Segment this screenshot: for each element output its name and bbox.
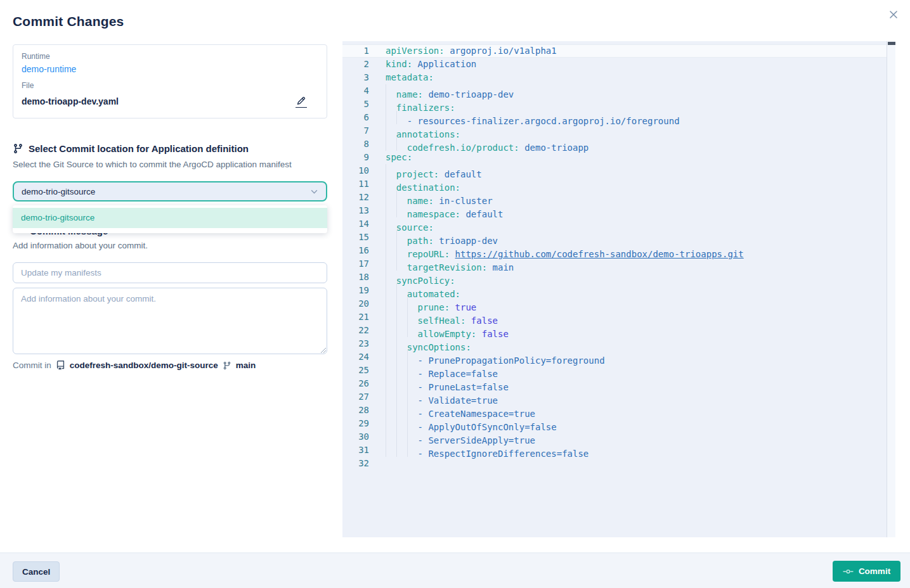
line-number: 18 (342, 271, 386, 284)
commit-button-label: Commit (859, 566, 890, 576)
yaml-editor[interactable]: 1apiVersion: argoproj.io/v1alpha12kind: … (342, 41, 895, 537)
line-number: 22 (342, 324, 386, 337)
code-line[interactable]: 29- ApplyOutOfSyncOnly=false (342, 417, 887, 430)
code-line[interactable]: 24- PrunePropagationPolicy=foreground (342, 350, 887, 364)
line-number: 26 (342, 377, 386, 390)
code-line[interactable]: 4name: demo-trioapp-dev (342, 84, 887, 98)
line-number: 11 (342, 177, 386, 191)
line-number: 31 (342, 444, 386, 457)
line-number: 13 (342, 204, 386, 217)
gitsource-dropdown: demo-trio-gitsource (13, 205, 327, 233)
code-line[interactable]: 9spec: (342, 151, 887, 164)
code-line[interactable]: 19automated: (342, 284, 887, 297)
pencil-edit-icon[interactable] (296, 95, 307, 108)
code-line[interactable]: 30- ServerSideApply=true (342, 430, 887, 444)
line-number: 6 (342, 111, 386, 124)
code-line[interactable]: 14source: (342, 217, 887, 231)
code-line[interactable]: 25- Replace=false (342, 364, 887, 377)
close-icon[interactable] (886, 7, 901, 22)
line-number: 3 (342, 71, 386, 84)
commit-button[interactable]: Commit (833, 561, 900, 582)
code-line[interactable]: 23syncOptions: (342, 337, 887, 350)
commit-in-row: Commit in codefresh-sandbox/demo-git-sou… (13, 361, 256, 370)
code-line[interactable]: 16repoURL: https://github.com/codefresh-… (342, 244, 887, 257)
code-line[interactable]: 10project: default (342, 164, 887, 177)
code-line[interactable]: 31- RespectIgnoreDifferences=false (342, 444, 887, 457)
commit-in-repo: codefresh-sandbox/demo-git-source (70, 361, 218, 370)
line-number: 2 (342, 58, 386, 71)
line-number: 10 (342, 164, 386, 177)
gitsource-select[interactable]: demo-trio-gitsource (13, 181, 327, 201)
code-line[interactable]: 1apiVersion: argoproj.io/v1alpha1 (342, 44, 887, 58)
code-line[interactable]: 20prune: true (342, 297, 887, 310)
line-number: 14 (342, 217, 386, 231)
code-line[interactable]: 7annotations: (342, 124, 887, 137)
code-line[interactable]: 8codefresh.io/product: demo-trioapp (342, 137, 887, 151)
commit-location-heading-text: Select Commit location for Application d… (29, 143, 249, 154)
line-number: 4 (342, 84, 386, 98)
editor-scrollbar-track[interactable] (887, 41, 895, 537)
line-number: 30 (342, 430, 386, 444)
dropdown-option[interactable]: demo-trio-gitsource (13, 208, 327, 228)
line-number: 1 (342, 44, 386, 58)
line-number: 17 (342, 257, 386, 271)
code-line[interactable]: 21selfHeal: false (342, 310, 887, 324)
gitsource-selected-value: demo-trio-gitsource (22, 187, 95, 196)
code-line[interactable]: 11destination: (342, 177, 887, 191)
cancel-button[interactable]: Cancel (13, 561, 60, 582)
commit-summary-input[interactable] (13, 262, 327, 283)
page-title: Commit Changes (13, 14, 124, 29)
code-line[interactable]: 32 (342, 457, 887, 470)
line-number: 23 (342, 337, 386, 350)
line-number: 32 (342, 457, 386, 470)
git-branch-icon (13, 143, 23, 154)
runtime-file-card: Runtime demo-runtime File demo-trioapp-d… (13, 44, 327, 118)
code-line[interactable]: 18syncPolicy: (342, 271, 887, 284)
line-number: 25 (342, 364, 386, 377)
code-line[interactable]: 28- CreateNamespace=true (342, 404, 887, 417)
code-line[interactable]: 3metadata: (342, 71, 887, 84)
line-number: 12 (342, 191, 386, 204)
code-line[interactable]: 2kind: Application (342, 58, 887, 71)
line-number: 15 (342, 231, 386, 244)
line-number: 20 (342, 297, 386, 310)
dialog-footer: Cancel Commit (0, 553, 910, 588)
git-commit-icon (843, 568, 854, 575)
code-line[interactable]: 12name: in-cluster (342, 191, 887, 204)
line-number: 21 (342, 310, 386, 324)
branch-icon-small (223, 361, 231, 370)
code-line[interactable]: 5finalizers: (342, 98, 887, 111)
commit-location-subheading: Select the Git Source to which to commit… (13, 160, 292, 169)
runtime-value-link[interactable]: demo-runtime (22, 64, 318, 74)
file-label: File (22, 81, 318, 90)
line-number: 27 (342, 390, 386, 404)
line-number: 24 (342, 350, 386, 364)
line-number: 5 (342, 98, 386, 111)
line-number: 7 (342, 124, 386, 137)
commit-location-heading: Select Commit location for Application d… (13, 143, 249, 154)
code-line[interactable]: 27- Validate=true (342, 390, 887, 404)
editor-scrollbar-thumb[interactable] (888, 42, 895, 45)
code-line[interactable]: 26- PruneLast=false (342, 377, 887, 390)
line-number: 29 (342, 417, 386, 430)
commit-in-branch: main (236, 361, 256, 370)
line-number: 19 (342, 284, 386, 297)
commit-message-description: Add information about your commit. (13, 241, 148, 250)
code-line[interactable]: 6- resources-finalizer.argocd.argoproj.i… (342, 111, 887, 124)
repo-icon (56, 361, 65, 370)
line-number: 8 (342, 137, 386, 151)
line-number: 9 (342, 151, 386, 164)
line-number: 28 (342, 404, 386, 417)
runtime-label: Runtime (22, 52, 318, 61)
code-line[interactable]: 13namespace: default (342, 204, 887, 217)
commit-in-label: Commit in (13, 361, 51, 370)
code-line[interactable]: 17targetRevision: main (342, 257, 887, 271)
code-line[interactable]: 15path: trioapp-dev (342, 231, 887, 244)
commit-body-textarea[interactable] (13, 288, 327, 354)
line-number: 16 (342, 244, 386, 257)
chevron-down-icon (310, 188, 318, 196)
code-line[interactable]: 22allowEmpty: false (342, 324, 887, 337)
file-value: demo-trioapp-dev.yaml (22, 96, 119, 106)
code-lines[interactable]: 1apiVersion: argoproj.io/v1alpha12kind: … (342, 41, 887, 537)
